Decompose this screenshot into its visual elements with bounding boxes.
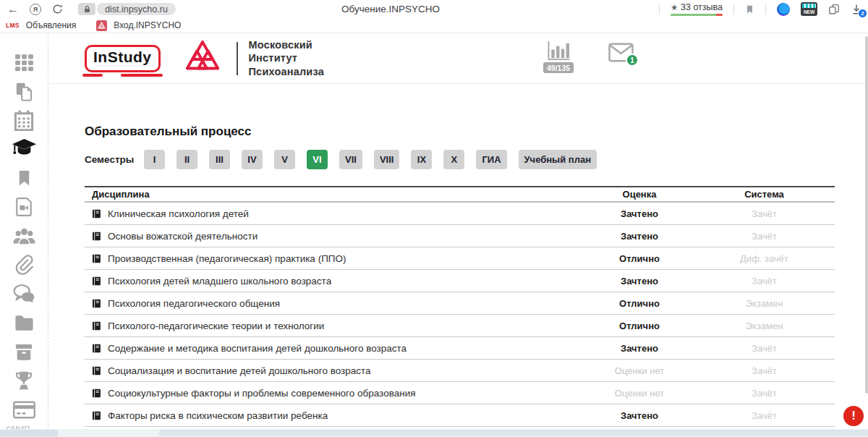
address-bar[interactable]: dist.inpsycho.ru <box>97 3 176 15</box>
bookmark-page-icon[interactable] <box>745 4 754 14</box>
book-icon <box>92 209 101 218</box>
achievements-icon <box>14 370 34 391</box>
sidebar-item-messages[interactable] <box>12 283 36 305</box>
institute-name: Московский Институт Психоанализа <box>249 38 324 77</box>
table-row[interactable]: Социокультурные факторы и проблемы совре… <box>85 382 835 404</box>
system-value: Зачёт <box>694 208 835 219</box>
table-row[interactable]: Содержание и методика воспитания детей д… <box>85 337 835 360</box>
semester-tab-IX[interactable]: IX <box>411 150 432 169</box>
semester-tab-II[interactable]: II <box>176 150 197 169</box>
yandex-icon[interactable]: Я <box>30 4 41 15</box>
horizontal-scrollbar-thumb[interactable] <box>159 430 868 436</box>
col-header-system: Система <box>694 189 835 200</box>
disciplines-table-body: Клиническая психология детейЗачтеноЗачёт… <box>85 203 835 427</box>
sidebar-item-archive[interactable] <box>12 341 36 362</box>
collections-icon[interactable] <box>828 4 840 15</box>
table-row[interactable]: Психология детей младшего школьного возр… <box>85 270 835 292</box>
grade-value: Зачтено <box>585 410 694 421</box>
sidebar-item-video-materials[interactable] <box>12 196 36 218</box>
messages-icon <box>13 284 35 304</box>
mip-favicon <box>96 20 107 31</box>
table-row[interactable]: Производственная (педагогическая) практи… <box>85 247 835 270</box>
discipline-name: Психология педагогического общения <box>108 298 280 309</box>
semester-tab-IV[interactable]: IV <box>242 150 263 169</box>
book-icon <box>92 232 101 241</box>
sidebar-item-achievements[interactable] <box>12 370 36 391</box>
mail-unread-badge: 1 <box>626 54 639 67</box>
bookmark-announcements[interactable]: Объявления <box>26 20 76 30</box>
back-icon[interactable]: ← <box>7 4 19 15</box>
vertical-scrollbar[interactable] <box>864 33 868 429</box>
reviews-rating-bar <box>671 14 723 16</box>
semester-tab-ГИА[interactable]: ГИА <box>476 150 506 169</box>
instudy-logo[interactable]: InStudy <box>85 45 161 72</box>
sidebar-item-documents[interactable] <box>12 80 36 102</box>
downloads-button[interactable]: 2 <box>851 4 862 15</box>
bookmark-login[interactable]: Вход.INPSYCHO <box>114 20 181 30</box>
sidebar-item-apps-grid[interactable] <box>12 51 36 73</box>
semester-tab-I[interactable]: I <box>144 150 165 169</box>
system-value: Зачёт <box>694 343 835 354</box>
site-reviews[interactable]: ★ 33 отзыва <box>671 2 723 16</box>
table-row[interactable]: Психология педагогического общенияОтличн… <box>85 292 835 315</box>
progress-badge: 49/135 <box>543 62 574 73</box>
book-icon <box>92 299 101 308</box>
sidebar-item-group[interactable] <box>12 225 36 247</box>
new-extension-icon[interactable]: NEW <box>801 2 817 16</box>
stats-chart-icon <box>545 41 571 61</box>
table-row[interactable]: Психолого-педагогические теории и технол… <box>85 315 835 337</box>
progress-widget[interactable]: 49/135 <box>543 41 574 73</box>
sidebar-item-payments[interactable] <box>12 399 36 420</box>
ssl-lock-icon[interactable] <box>78 3 95 15</box>
browser-profile-avatar[interactable] <box>777 3 790 16</box>
book-icon <box>92 321 101 331</box>
book-icon <box>92 366 101 376</box>
table-row[interactable]: Факторы риска в психическом развитии реб… <box>85 404 835 427</box>
semester-tab-V[interactable]: V <box>274 150 295 169</box>
grade-value: Зачтено <box>585 208 694 219</box>
grade-value: Отлично <box>585 321 694 331</box>
grade-value: Зачтено <box>585 276 694 287</box>
semester-tab-III[interactable]: III <box>209 150 230 169</box>
discipline-name: Психология детей младшего школьного возр… <box>108 276 331 287</box>
semester-tab-VII[interactable]: VII <box>339 150 362 169</box>
reload-icon[interactable] <box>52 4 63 14</box>
book-icon <box>92 344 101 353</box>
semester-tab-VI[interactable]: VI <box>307 150 328 169</box>
discipline-name: Основы вожатской деятельности <box>108 231 258 242</box>
table-row[interactable]: Социализация и воспитание детей дошкольн… <box>85 360 835 382</box>
logo-divider <box>237 42 238 75</box>
bookmarks-bar: LMS Объявления Вход.INPSYCHO <box>0 18 868 33</box>
payments-icon <box>13 401 35 419</box>
site-header: InStudy Московский Институт Психоанализа… <box>48 33 868 84</box>
discipline-name: Производственная (педагогическая) практи… <box>108 253 346 264</box>
discipline-name: Социокультурные факторы и проблемы совре… <box>108 388 415 399</box>
alert-notification-button[interactable]: ! <box>843 406 864 426</box>
system-value: Экзамен <box>694 298 835 309</box>
sidebar-item-attachment[interactable] <box>12 254 36 276</box>
reviews-count: 33 отзыва <box>681 2 723 12</box>
table-header: Дисциплина Оценка Система <box>85 186 835 203</box>
files-icon <box>14 313 35 333</box>
grade-value: Зачтено <box>585 231 694 242</box>
sidebar-item-calendar[interactable] <box>12 109 36 131</box>
book-icon <box>92 254 101 263</box>
mip-triangle-logo[interactable] <box>182 40 223 77</box>
vertical-scrollbar-thumb[interactable] <box>865 36 868 394</box>
semester-tab-Учебный-план[interactable]: Учебный план <box>519 150 597 169</box>
discipline-name: Содержание и методика воспитания детей д… <box>108 343 407 354</box>
downloads-count-badge: 2 <box>858 9 867 18</box>
sidebar-item-files[interactable] <box>12 312 36 334</box>
horizontal-scrollbar[interactable] <box>0 429 868 437</box>
book-icon <box>92 276 101 286</box>
sidebar-item-bookmark[interactable] <box>12 167 36 189</box>
semester-tab-VIII[interactable]: VIII <box>374 150 400 169</box>
semester-tab-X[interactable]: X <box>443 150 464 169</box>
mail-widget[interactable]: 1 <box>608 43 634 62</box>
grade-value: Оценки нет <box>585 388 694 399</box>
horizontal-scrollbar-corner <box>0 430 58 436</box>
sidebar-item-education[interactable] <box>12 138 36 160</box>
table-row[interactable]: Клиническая психология детейЗачтеноЗачёт <box>85 203 835 225</box>
browser-toolbar: ← Я dist.inpsycho.ru Обучение.INPSYCHO ★… <box>0 0 868 18</box>
table-row[interactable]: Основы вожатской деятельностиЗачтеноЗачё… <box>85 225 835 247</box>
